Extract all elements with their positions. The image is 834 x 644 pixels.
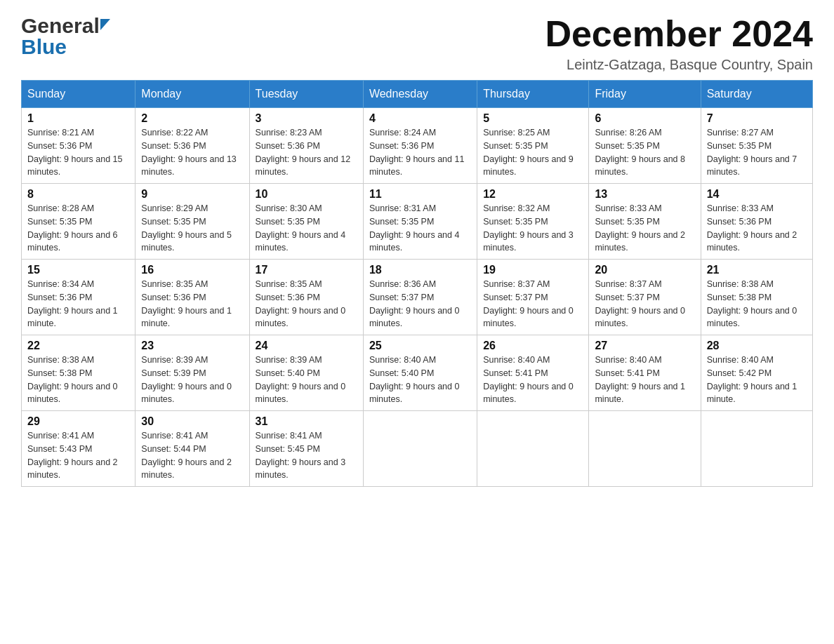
day-number: 13 — [595, 188, 694, 201]
calendar-cell: 5 Sunrise: 8:25 AMSunset: 5:35 PMDayligh… — [477, 108, 589, 184]
calendar-week-row: 15 Sunrise: 8:34 AMSunset: 5:36 PMDaylig… — [22, 260, 813, 335]
day-number: 15 — [27, 264, 129, 276]
day-info: Sunrise: 8:35 AMSunset: 5:36 PMDaylight:… — [256, 278, 357, 330]
calendar-cell: 20 Sunrise: 8:37 AMSunset: 5:37 PMDaylig… — [589, 260, 701, 335]
weekday-header-tuesday: Tuesday — [249, 81, 363, 108]
day-number: 6 — [595, 112, 694, 125]
day-info: Sunrise: 8:37 AMSunset: 5:37 PMDaylight:… — [595, 278, 694, 330]
calendar-cell: 27 Sunrise: 8:40 AMSunset: 5:41 PMDaylig… — [589, 335, 701, 411]
day-number: 18 — [369, 264, 471, 276]
calendar-week-row: 22 Sunrise: 8:38 AMSunset: 5:38 PMDaylig… — [22, 335, 813, 411]
day-number: 1 — [27, 112, 129, 125]
page-header: General Blue December 2024 Leintz-Gatzag… — [21, 14, 813, 73]
calendar-cell: 11 Sunrise: 8:31 AMSunset: 5:35 PMDaylig… — [363, 184, 477, 260]
calendar-cell: 18 Sunrise: 8:36 AMSunset: 5:37 PMDaylig… — [363, 260, 477, 335]
weekday-header-monday: Monday — [135, 81, 249, 108]
day-number: 22 — [27, 340, 129, 352]
day-info: Sunrise: 8:39 AMSunset: 5:40 PMDaylight:… — [256, 354, 357, 406]
day-number: 9 — [141, 188, 243, 201]
day-info: Sunrise: 8:36 AMSunset: 5:37 PMDaylight:… — [369, 278, 471, 330]
day-number: 28 — [707, 340, 807, 352]
calendar-cell — [363, 411, 477, 487]
day-info: Sunrise: 8:41 AMSunset: 5:43 PMDaylight:… — [27, 429, 129, 482]
calendar-cell: 15 Sunrise: 8:34 AMSunset: 5:36 PMDaylig… — [22, 260, 135, 335]
day-info: Sunrise: 8:41 AMSunset: 5:44 PMDaylight:… — [141, 429, 243, 482]
day-info: Sunrise: 8:38 AMSunset: 5:38 PMDaylight:… — [27, 354, 129, 406]
calendar-cell: 25 Sunrise: 8:40 AMSunset: 5:40 PMDaylig… — [363, 335, 477, 411]
calendar-cell: 9 Sunrise: 8:29 AMSunset: 5:35 PMDayligh… — [135, 184, 249, 260]
calendar-cell: 30 Sunrise: 8:41 AMSunset: 5:44 PMDaylig… — [135, 411, 249, 487]
calendar-cell: 24 Sunrise: 8:39 AMSunset: 5:40 PMDaylig… — [249, 335, 363, 411]
day-number: 27 — [595, 340, 694, 352]
weekday-header-sunday: Sunday — [22, 81, 135, 108]
calendar-cell — [477, 411, 589, 487]
day-info: Sunrise: 8:28 AMSunset: 5:35 PMDaylight:… — [27, 202, 129, 255]
calendar-cell: 26 Sunrise: 8:40 AMSunset: 5:41 PMDaylig… — [477, 335, 589, 411]
calendar-cell: 17 Sunrise: 8:35 AMSunset: 5:36 PMDaylig… — [249, 260, 363, 335]
day-info: Sunrise: 8:35 AMSunset: 5:36 PMDaylight:… — [141, 278, 243, 330]
calendar-week-row: 29 Sunrise: 8:41 AMSunset: 5:43 PMDaylig… — [22, 411, 813, 487]
calendar-cell: 23 Sunrise: 8:39 AMSunset: 5:39 PMDaylig… — [135, 335, 249, 411]
weekday-header-thursday: Thursday — [477, 81, 589, 108]
day-info: Sunrise: 8:24 AMSunset: 5:36 PMDaylight:… — [369, 126, 471, 179]
weekday-header-friday: Friday — [589, 81, 701, 108]
day-number: 23 — [141, 340, 243, 352]
calendar-table: SundayMondayTuesdayWednesdayThursdayFrid… — [21, 80, 813, 487]
day-info: Sunrise: 8:40 AMSunset: 5:40 PMDaylight:… — [369, 354, 471, 406]
calendar-cell — [701, 411, 812, 487]
day-info: Sunrise: 8:34 AMSunset: 5:36 PMDaylight:… — [27, 278, 129, 330]
logo: General Blue — [21, 14, 110, 59]
logo-blue-text: Blue — [21, 35, 67, 59]
calendar-cell: 7 Sunrise: 8:27 AMSunset: 5:35 PMDayligh… — [701, 108, 812, 184]
calendar-cell: 21 Sunrise: 8:38 AMSunset: 5:38 PMDaylig… — [701, 260, 812, 335]
logo-triangle-icon — [100, 19, 110, 30]
day-info: Sunrise: 8:38 AMSunset: 5:38 PMDaylight:… — [707, 278, 807, 330]
day-number: 30 — [141, 415, 243, 428]
day-number: 19 — [483, 264, 583, 276]
day-number: 7 — [707, 112, 807, 125]
calendar-week-row: 8 Sunrise: 8:28 AMSunset: 5:35 PMDayligh… — [22, 184, 813, 260]
day-number: 5 — [483, 112, 583, 125]
calendar-cell: 4 Sunrise: 8:24 AMSunset: 5:36 PMDayligh… — [363, 108, 477, 184]
day-info: Sunrise: 8:40 AMSunset: 5:41 PMDaylight:… — [595, 354, 694, 406]
day-number: 4 — [369, 112, 471, 125]
title-block: December 2024 Leintz-Gatzaga, Basque Cou… — [545, 14, 813, 73]
calendar-cell: 31 Sunrise: 8:41 AMSunset: 5:45 PMDaylig… — [249, 411, 363, 487]
day-info: Sunrise: 8:25 AMSunset: 5:35 PMDaylight:… — [483, 126, 583, 179]
calendar-cell — [589, 411, 701, 487]
day-info: Sunrise: 8:21 AMSunset: 5:36 PMDaylight:… — [27, 126, 129, 179]
day-number: 10 — [256, 188, 357, 201]
weekday-header-row: SundayMondayTuesdayWednesdayThursdayFrid… — [22, 81, 813, 108]
calendar-cell: 29 Sunrise: 8:41 AMSunset: 5:43 PMDaylig… — [22, 411, 135, 487]
day-number: 17 — [256, 264, 357, 276]
month-title: December 2024 — [545, 14, 813, 54]
calendar-cell: 28 Sunrise: 8:40 AMSunset: 5:42 PMDaylig… — [701, 335, 812, 411]
day-info: Sunrise: 8:41 AMSunset: 5:45 PMDaylight:… — [256, 429, 357, 482]
weekday-header-wednesday: Wednesday — [363, 81, 477, 108]
day-number: 21 — [707, 264, 807, 276]
day-info: Sunrise: 8:23 AMSunset: 5:36 PMDaylight:… — [256, 126, 357, 179]
day-number: 16 — [141, 264, 243, 276]
day-number: 31 — [256, 415, 357, 428]
day-info: Sunrise: 8:32 AMSunset: 5:35 PMDaylight:… — [483, 202, 583, 255]
weekday-header-saturday: Saturday — [701, 81, 812, 108]
day-info: Sunrise: 8:31 AMSunset: 5:35 PMDaylight:… — [369, 202, 471, 255]
calendar-cell: 6 Sunrise: 8:26 AMSunset: 5:35 PMDayligh… — [589, 108, 701, 184]
day-info: Sunrise: 8:40 AMSunset: 5:41 PMDaylight:… — [483, 354, 583, 406]
calendar-cell: 3 Sunrise: 8:23 AMSunset: 5:36 PMDayligh… — [249, 108, 363, 184]
day-info: Sunrise: 8:27 AMSunset: 5:35 PMDaylight:… — [707, 126, 807, 179]
day-number: 8 — [27, 188, 129, 201]
day-info: Sunrise: 8:40 AMSunset: 5:42 PMDaylight:… — [707, 354, 807, 406]
calendar-cell: 16 Sunrise: 8:35 AMSunset: 5:36 PMDaylig… — [135, 260, 249, 335]
day-number: 3 — [256, 112, 357, 125]
calendar-cell: 22 Sunrise: 8:38 AMSunset: 5:38 PMDaylig… — [22, 335, 135, 411]
day-info: Sunrise: 8:37 AMSunset: 5:37 PMDaylight:… — [483, 278, 583, 330]
day-number: 11 — [369, 188, 471, 201]
calendar-cell: 1 Sunrise: 8:21 AMSunset: 5:36 PMDayligh… — [22, 108, 135, 184]
logo-general-text: General — [21, 14, 100, 38]
calendar-week-row: 1 Sunrise: 8:21 AMSunset: 5:36 PMDayligh… — [22, 108, 813, 184]
calendar-cell: 10 Sunrise: 8:30 AMSunset: 5:35 PMDaylig… — [249, 184, 363, 260]
calendar-cell: 13 Sunrise: 8:33 AMSunset: 5:35 PMDaylig… — [589, 184, 701, 260]
day-info: Sunrise: 8:22 AMSunset: 5:36 PMDaylight:… — [141, 126, 243, 179]
day-info: Sunrise: 8:26 AMSunset: 5:35 PMDaylight:… — [595, 126, 694, 179]
